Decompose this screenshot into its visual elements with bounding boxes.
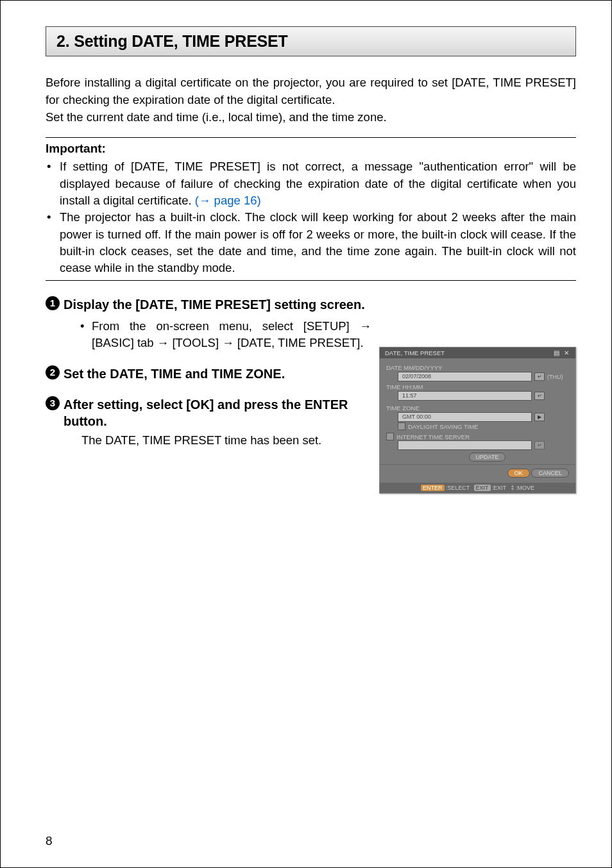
important-item-1: If setting of [DATE, TIME PRESET] is not… — [46, 158, 576, 209]
osd-cancel-button[interactable]: CANCEL — [531, 469, 569, 478]
divider — [46, 280, 576, 281]
step-number-3: 3 — [46, 396, 60, 410]
step-1-sublist: From the on-screen menu, select [SETUP] … — [64, 318, 371, 351]
intro-text: Before installing a digital certificate … — [46, 74, 576, 126]
osd-time-label: TIME HH:MM — [386, 383, 569, 390]
section-header: 2. Setting DATE, TIME PRESET — [46, 26, 576, 56]
step-3-title: After setting, select [OK] and press the… — [64, 397, 348, 428]
osd-title-icons: ▤ ✕ — [554, 349, 570, 356]
page-number: 8 — [46, 834, 53, 848]
step-2-title: Set the DATE, TIME and TIME ZONE. — [64, 367, 285, 381]
osd-date-label: DATE MM/DD/YYYY — [386, 364, 569, 371]
osd-screenshot: DATE, TIME PRESET ▤ ✕ DATE MM/DD/YYYY 02… — [379, 347, 576, 494]
osd-its-field[interactable]: . — [398, 440, 532, 450]
step-number-2: 2 — [46, 365, 60, 380]
osd-footer-move: ‡ :MOVE — [511, 485, 534, 491]
step-number-1: 1 — [46, 296, 60, 310]
page-link[interactable]: (→ page 16) — [195, 194, 261, 207]
osd-footer-select: :SELECT — [446, 485, 470, 491]
osd-its-row[interactable]: INTERNET TIME SERVER — [386, 433, 569, 440]
important-item-1-text: If setting of [DATE, TIME PRESET] is not… — [60, 160, 576, 207]
osd-tz-field[interactable]: GMT 00:00 — [398, 412, 532, 422]
osd-footer-exit-t: :EXIT — [492, 485, 506, 491]
osd-its-checkbox[interactable] — [386, 433, 394, 440]
osd-time-field[interactable]: 11:57 — [398, 391, 532, 401]
osd-arrow-chip[interactable]: ▶ — [534, 413, 545, 421]
step-3-desc: The DATE, TIME PRESET time has been set. — [81, 432, 371, 449]
important-item-2: The projector has a built-in clock. The … — [46, 209, 576, 276]
osd-date-field[interactable]: 02/07/2008 — [398, 372, 532, 381]
osd-its-label: INTERNET TIME SERVER — [396, 433, 470, 440]
important-list: If setting of [DATE, TIME PRESET] is not… — [46, 158, 576, 276]
osd-ok-button[interactable]: OK — [507, 469, 530, 478]
step-1-title: Display the [DATE, TIME PRESET] setting … — [64, 297, 365, 312]
intro-p1: Before installing a digital certificate … — [46, 76, 576, 106]
osd-tz-label: TIME ZONE — [386, 405, 569, 412]
step-1-sub: From the on-screen menu, select [SETUP] … — [80, 318, 371, 351]
section-title: 2. Setting DATE, TIME PRESET — [56, 32, 565, 51]
osd-weekday: (THU) — [547, 374, 569, 380]
osd-title-bar: DATE, TIME PRESET ▤ ✕ — [380, 347, 575, 358]
step-1: 1 Display the [DATE, TIME PRESET] settin… — [46, 296, 576, 351]
osd-dst-row[interactable]: DAYLIGHT SAVING TIME — [398, 422, 569, 430]
osd-divider — [380, 464, 575, 465]
osd-footer-exit: EXIT — [474, 485, 491, 491]
intro-p2: Set the current date and time (i.e., loc… — [46, 110, 387, 124]
osd-enter-chip-disabled: ↵ — [534, 441, 545, 449]
osd-footer-enter: ENTER — [421, 485, 445, 491]
osd-title: DATE, TIME PRESET — [385, 349, 445, 356]
important-label: Important: — [46, 142, 576, 156]
divider — [46, 137, 576, 138]
osd-update-button[interactable]: UPDATE — [469, 453, 506, 462]
osd-enter-chip[interactable]: ↵ — [534, 392, 545, 400]
osd-footer: ENTER:SELECT EXIT:EXIT ‡ :MOVE — [380, 483, 575, 493]
osd-dst-label: DAYLIGHT SAVING TIME — [408, 423, 479, 430]
osd-enter-chip[interactable]: ↵ — [534, 372, 545, 381]
osd-dst-checkbox[interactable] — [398, 422, 405, 430]
